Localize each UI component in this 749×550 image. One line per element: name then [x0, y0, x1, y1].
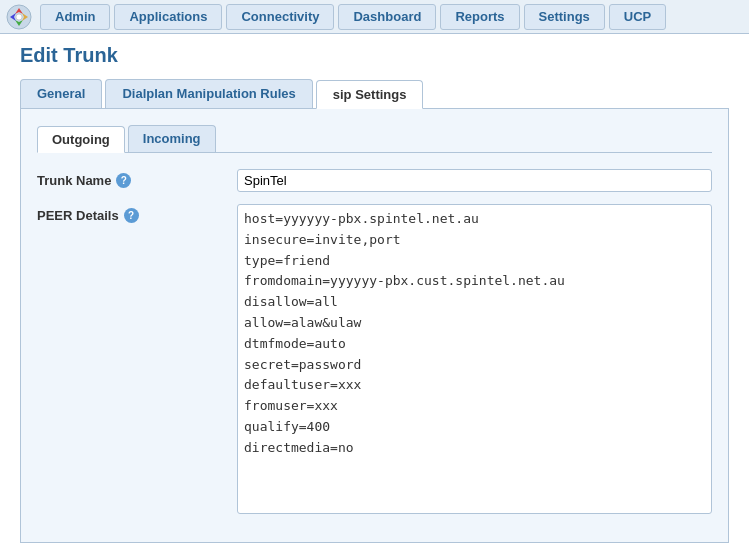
trunk-name-help-icon[interactable]: ?: [116, 173, 131, 188]
tab-general[interactable]: General: [20, 79, 102, 108]
nav-ucp[interactable]: UCP: [609, 4, 666, 30]
tab-content: Outgoing Incoming Trunk Name ? PEER Deta…: [20, 109, 729, 543]
svg-point-5: [16, 14, 22, 20]
subtab-incoming[interactable]: Incoming: [128, 125, 216, 152]
trunk-name-row: Trunk Name ?: [37, 169, 712, 192]
nav-reports[interactable]: Reports: [440, 4, 519, 30]
nav-connectivity[interactable]: Connectivity: [226, 4, 334, 30]
main-tab-bar: General Dialplan Manipulation Rules sip …: [20, 79, 729, 109]
peer-details-row: PEER Details ? host=yyyyyy-pbx.spintel.n…: [37, 204, 712, 514]
app-logo: [4, 2, 34, 32]
trunk-name-label: Trunk Name ?: [37, 169, 237, 188]
nav-dashboard[interactable]: Dashboard: [338, 4, 436, 30]
page-title: Edit Trunk: [20, 44, 729, 67]
peer-details-textarea[interactable]: host=yyyyyy-pbx.spintel.net.au insecure=…: [237, 204, 712, 514]
tab-sip-settings[interactable]: sip Settings: [316, 80, 424, 109]
page-content: Edit Trunk General Dialplan Manipulation…: [0, 34, 749, 550]
subtab-bar: Outgoing Incoming: [37, 125, 712, 153]
subtab-outgoing[interactable]: Outgoing: [37, 126, 125, 153]
tab-dialplan[interactable]: Dialplan Manipulation Rules: [105, 79, 312, 108]
topnav: Admin Applications Connectivity Dashboar…: [0, 0, 749, 34]
nav-settings[interactable]: Settings: [524, 4, 605, 30]
trunk-name-input[interactable]: [237, 169, 712, 192]
nav-admin[interactable]: Admin: [40, 4, 110, 30]
peer-details-help-icon[interactable]: ?: [124, 208, 139, 223]
peer-details-label: PEER Details ?: [37, 204, 237, 223]
nav-applications[interactable]: Applications: [114, 4, 222, 30]
